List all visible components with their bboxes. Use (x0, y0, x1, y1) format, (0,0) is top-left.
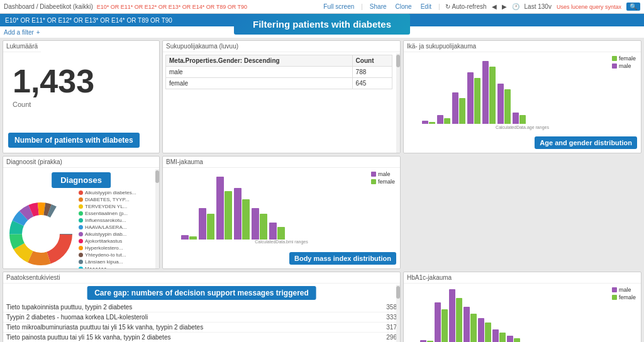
diagnoses-item-label: HAAVA/LASERA... (85, 224, 126, 230)
fullscreen-button[interactable]: Full screen (321, 3, 356, 10)
diagnoses-legend: Aikuistyypin diabetes...DIABETES, TYYP..… (79, 190, 136, 269)
female-dot (612, 56, 617, 61)
care-gap-table: Tieto tupakoinnista puuttuu, tyypin 2 di… (3, 302, 400, 342)
diagnoses-item-label: Influenssarokotu... (85, 218, 126, 223)
hba1c-male-label: male (619, 287, 631, 293)
bar-group (234, 188, 250, 240)
share-button[interactable]: Share (368, 3, 389, 10)
nav-forward[interactable]: ▶ (502, 3, 507, 10)
bar-female (277, 227, 285, 240)
diagnoses-legend-item: Aikuistyypin diab... (79, 231, 136, 237)
bar-male (199, 208, 206, 240)
diagnoses-dot (79, 190, 83, 195)
bar-female (474, 78, 480, 124)
bar-group (252, 208, 267, 240)
top-bar: Dashboard / Diabeetikot (kaikki) E10* OR… (0, 0, 644, 14)
table-row: Tyypin 2 diabetes - huomaa korkea LDL-ko… (3, 312, 400, 323)
diagnoses-item-label: TERVEYDEN YL... (85, 204, 127, 209)
donut-chart (6, 199, 75, 268)
diagnoses-item-label: Länsiaen kipua... (85, 259, 123, 265)
care-gap-label: Tyypin 2 diabetes - huomaa korkea LDL-ko… (3, 312, 375, 323)
bar-male (181, 235, 189, 240)
bar-female (485, 323, 491, 342)
diagnoses-dot (79, 239, 83, 243)
diagnoses-dot (79, 225, 83, 229)
bar-male (422, 121, 428, 124)
top-bar-left: Dashboard / Diabeetikot (kaikki) E10* OR… (4, 3, 247, 10)
age-gender-panel: Ikä- ja sukupuolijakauma female male (403, 40, 641, 153)
bar-female (456, 298, 462, 342)
bar-female (499, 333, 506, 342)
bar-female (429, 122, 435, 124)
bar-male (437, 115, 443, 124)
count-value: 1,433 (3, 52, 104, 101)
search-button[interactable]: 🔍 (626, 3, 640, 11)
bmi-male-label: male (378, 171, 391, 177)
bar-group (216, 177, 232, 240)
clock-icon: 🕐 (512, 3, 519, 10)
care-gap-badge: Care gap: numbers of decision support me… (87, 286, 316, 300)
bar-group (422, 121, 435, 124)
bar-female (459, 98, 465, 124)
age-gender-title: Ikä- ja sukupuolijakauma (404, 41, 641, 52)
diagnoses-legend-item: Yhteydeno-to tut... (79, 252, 136, 258)
bar-group (513, 113, 526, 124)
bmi-panel-title: BMI-jakauma (163, 157, 400, 168)
gender-table: Meta.Properties.Gender: Descending Count… (165, 55, 392, 89)
bmi-bars (165, 170, 397, 240)
bar-group (464, 307, 477, 342)
bmi-panel: BMI-jakauma male female (162, 156, 401, 269)
diagnoses-legend-item: Influenssarokotu... (79, 218, 136, 223)
hba1c-legend-female: female (612, 294, 636, 301)
care-gap-panel-title: Paatoksentukiviesti (3, 272, 400, 284)
bar-male (492, 329, 499, 342)
hba1c-female-dot (612, 295, 617, 300)
bar-female (444, 118, 450, 124)
diagnoses-dot (79, 232, 83, 236)
bar-group (269, 223, 285, 240)
hba1c-panel-title: HbA1c-jakauma (404, 272, 641, 284)
bar-male (269, 223, 277, 240)
bar-female (189, 236, 197, 240)
bar-group (199, 208, 214, 240)
diagnoses-panel-title: Diagnoosit (pirakka) (3, 157, 159, 168)
gender-name: male (166, 67, 353, 78)
legend-male: male (612, 63, 636, 69)
bar-group (478, 318, 491, 342)
bmi-legend-male: male (371, 171, 395, 177)
top-bar-right: Full screen | Share Clone Edit | ↻ Auto-… (321, 3, 640, 11)
diagnoses-item-label: Ajokortitarkastus (85, 238, 122, 244)
bar-group (507, 336, 520, 342)
clone-button[interactable]: Clone (394, 3, 414, 10)
care-gap-label: Tieto mikroalbuminuriasta puuttuu tai yl… (3, 323, 375, 333)
diagnoses-legend-item: Länsiaen kipua... (79, 259, 136, 265)
diagnoses-legend-item: DIABETES, TYYP... (79, 197, 136, 202)
diagnoses-item-label: DIABETES, TYYP... (85, 197, 129, 202)
filter-title-badge: Filtering patients with diabetes (234, 14, 410, 35)
bar-group (435, 302, 448, 342)
gender-scrollbar[interactable] (396, 53, 400, 153)
diagnoses-legend-item: Ajokortitarkastus (79, 238, 136, 244)
table-row: Tieto painosta puuttuu tai yli 15 kk van… (3, 333, 400, 343)
diagnoses-legend-item: Essentiaalinen (p... (79, 211, 136, 216)
age-gender-bars (406, 55, 638, 124)
gender-col2-header: Count (352, 55, 392, 67)
age-gender-badge: Age and gender distribution (535, 136, 637, 149)
donut-area: Aikuistyypin diabetes...DIABETES, TYYP..… (3, 187, 159, 269)
count-label: Count (3, 101, 40, 108)
table-row: Tieto mikroalbuminuriasta puuttuu tai yl… (3, 323, 400, 333)
dashboard-area: Lukumäärä 1,433 Count Number of patients… (0, 38, 644, 342)
care-gap-scrollbar[interactable] (396, 285, 400, 342)
table-row: female645 (166, 78, 392, 89)
diagnoses-scrollbar[interactable] (155, 169, 159, 268)
bar-group (452, 92, 465, 124)
count-panel: Lukumäärä 1,433 Count Number of patients… (3, 40, 160, 153)
lucene-hint: Uses lucene query syntax (557, 4, 621, 10)
nav-back[interactable]: ◀ (492, 3, 497, 10)
bar-group (181, 235, 197, 240)
bar-male (478, 318, 484, 342)
bar-female (260, 214, 267, 240)
edit-button[interactable]: Edit (419, 3, 433, 10)
bar-male (464, 307, 470, 342)
diagnoses-item-label: M●●●♦●●.... (85, 266, 113, 269)
